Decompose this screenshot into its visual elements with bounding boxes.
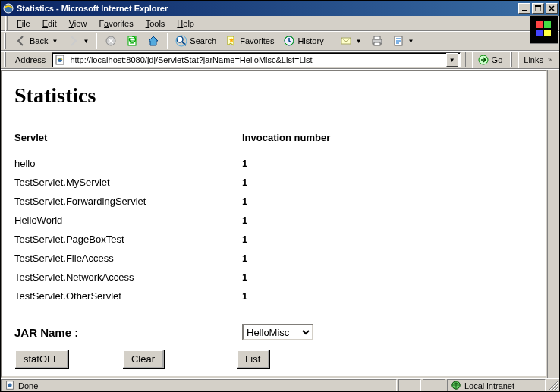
stats-table: Servlet Invocation number hello1TestServ… — [14, 129, 379, 306]
invocation-count-cell: 1 — [242, 211, 379, 230]
home-button[interactable] — [144, 33, 162, 49]
col-header-servlet: Servlet — [14, 129, 242, 154]
address-label: Address — [12, 55, 49, 64]
menubar: File Edit View Favorites Tools Help — [1, 16, 559, 31]
svg-rect-1 — [522, 10, 527, 11]
favorites-label: Favorites — [240, 36, 274, 45]
invocation-count-cell: 1 — [242, 154, 379, 173]
statoff-button[interactable]: statOFF — [14, 350, 68, 368]
throbber-icon — [530, 15, 558, 44]
toolbar: Back ▼ ▼ Search Favorites History ▼ ▼ — [1, 31, 559, 51]
mail-button[interactable]: ▼ — [337, 33, 365, 49]
table-row: hello1 — [14, 154, 379, 173]
search-label: Search — [190, 36, 216, 45]
ie-logo-icon — [2, 2, 14, 14]
chevron-right-icon: » — [548, 56, 552, 64]
back-label: Back — [30, 36, 48, 45]
edit-button[interactable]: ▼ — [389, 33, 417, 49]
history-button[interactable]: History — [280, 33, 326, 49]
table-row: TestServlet.NetworkAccess1 — [14, 268, 379, 287]
invocation-count-cell: 1 — [242, 230, 379, 249]
servlet-name-cell: hello — [14, 154, 242, 173]
servlet-name-cell: TestServlet.OtherServlet — [14, 287, 242, 306]
menu-help[interactable]: Help — [171, 17, 200, 30]
back-button[interactable]: Back ▼ — [12, 33, 61, 49]
page-heading: Statistics — [14, 83, 533, 108]
status-pane-3 — [423, 379, 445, 393]
svg-rect-12 — [374, 42, 380, 45]
menu-file[interactable]: File — [11, 17, 36, 30]
links-button[interactable]: Links » — [518, 52, 556, 68]
list-button[interactable]: List — [236, 350, 269, 368]
window-title: Statistics - Microsoft Internet Explorer — [17, 4, 518, 13]
status-pane-2 — [398, 379, 421, 393]
links-label: Links — [524, 55, 543, 64]
servlet-name-cell: TestServlet.FileAccess — [14, 249, 242, 268]
clear-button[interactable]: Clear — [122, 350, 164, 368]
intranet-icon — [451, 380, 461, 392]
invocation-count-cell: 1 — [242, 268, 379, 287]
security-zone-pane: Local intranet — [447, 379, 546, 393]
svg-rect-3 — [535, 5, 541, 7]
close-button[interactable] — [546, 3, 558, 14]
go-button[interactable]: Go — [472, 52, 508, 68]
svg-point-18 — [8, 383, 11, 387]
history-label: History — [297, 36, 323, 45]
titlebar: Statistics - Microsoft Internet Explorer — [1, 1, 559, 16]
menu-favorites[interactable]: Favorites — [93, 17, 139, 30]
table-row: HelloWorld1 — [14, 211, 379, 230]
page-icon — [5, 380, 15, 392]
forward-button[interactable]: ▼ — [64, 33, 92, 49]
invocation-count-cell: 1 — [242, 287, 379, 306]
invocation-count-cell: 1 — [242, 192, 379, 211]
menu-view[interactable]: View — [63, 17, 93, 30]
table-row: TestServlet.ForwardingServlet1 — [14, 192, 379, 211]
address-input[interactable] — [68, 55, 445, 65]
menu-tools[interactable]: Tools — [140, 17, 171, 30]
grip-icon — [4, 52, 6, 67]
resize-grip-icon[interactable] — [547, 380, 559, 392]
jar-name-label: JAR Name : — [14, 326, 242, 339]
servlet-name-cell: TestServlet.ForwardingServlet — [14, 192, 242, 211]
go-label: Go — [492, 55, 503, 64]
status-text: Done — [18, 381, 38, 390]
invocation-count-cell: 1 — [242, 249, 379, 268]
servlet-name-cell: TestServlet.NetworkAccess — [14, 268, 242, 287]
table-row: TestServlet.FileAccess1 — [14, 249, 379, 268]
minimize-button[interactable] — [518, 3, 530, 14]
favorites-button[interactable]: Favorites — [222, 33, 277, 49]
table-row: TestServlet.MyServlet1 — [14, 173, 379, 192]
page-icon — [54, 54, 66, 66]
print-button[interactable] — [368, 33, 386, 49]
table-row: TestServlet.OtherServlet1 — [14, 287, 379, 306]
grip-icon — [510, 52, 512, 67]
grip-icon — [5, 16, 8, 31]
servlet-name-cell: TestServlet.PageBoxTest — [14, 230, 242, 249]
grip-icon — [4, 33, 6, 49]
menu-edit[interactable]: Edit — [36, 17, 63, 30]
status-main-pane: Done — [1, 379, 397, 393]
chevron-down-icon[interactable]: ▼ — [408, 38, 414, 45]
address-field-wrapper: ▼ — [52, 52, 460, 67]
refresh-button[interactable] — [123, 33, 141, 49]
search-button[interactable]: Search — [172, 33, 219, 49]
stop-button[interactable] — [102, 33, 120, 49]
servlet-name-cell: TestServlet.MyServlet — [14, 173, 242, 192]
address-dropdown-button[interactable]: ▼ — [446, 53, 458, 67]
vertical-scrollbar[interactable] — [547, 70, 559, 378]
addressbar: Address ▼ Go Links » — [1, 51, 559, 69]
jar-name-select[interactable]: HelloMisc — [242, 324, 313, 340]
table-row: TestServlet.PageBoxTest1 — [14, 230, 379, 249]
chevron-down-icon[interactable]: ▼ — [83, 38, 89, 45]
invocation-count-cell: 1 — [242, 173, 379, 192]
content-area: Statistics Servlet Invocation number hel… — [1, 69, 559, 378]
statusbar: Done Local intranet — [1, 378, 559, 392]
servlet-name-cell: HelloWorld — [14, 211, 242, 230]
page-body: Statistics Servlet Invocation number hel… — [1, 70, 547, 378]
grip-icon — [464, 52, 466, 67]
zone-text: Local intranet — [464, 381, 514, 390]
chevron-down-icon[interactable]: ▼ — [356, 38, 362, 45]
chevron-down-icon[interactable]: ▼ — [52, 38, 58, 45]
col-header-invocation: Invocation number — [242, 129, 379, 154]
maximize-button[interactable] — [532, 3, 544, 14]
